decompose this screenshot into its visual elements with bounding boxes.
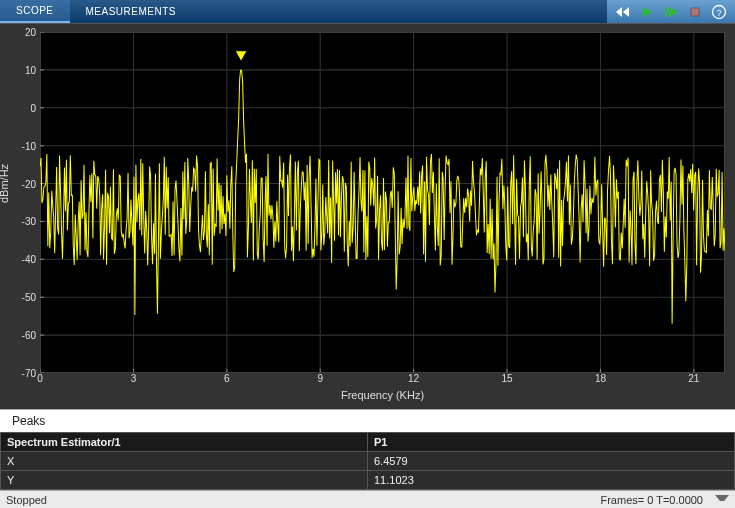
peaks-header-source: Spectrum Estimator/1 [1,433,368,452]
peaks-title: Peaks [0,409,735,432]
svg-text:?: ? [716,7,721,17]
status-right-text: Frames= 0 T=0.0000 [600,494,703,506]
toolbar: SCOPE MEASUREMENTS ? [0,0,735,24]
peak-row-label: X [1,452,368,471]
table-row: Y 11.1023 [1,471,735,490]
spectrum-plot[interactable]: -70-60-50-40-30-20-1001020 [40,32,725,373]
rewind-button[interactable] [613,3,633,21]
svg-marker-1 [623,7,629,17]
status-bar: Stopped Frames= 0 T=0.0000 [0,490,735,508]
peak-row-value: 6.4579 [368,452,735,471]
tab-scope[interactable]: SCOPE [0,0,70,23]
peaks-table: Spectrum Estimator/1 P1 X 6.4579 Y 11.10… [0,432,735,490]
svg-marker-4 [669,7,678,17]
stop-button[interactable] [685,3,705,21]
peaks-header-peak: P1 [368,433,735,452]
peak-row-label: Y [1,471,368,490]
x-ticks: 036912151821 [40,373,725,387]
chart-area: dBm/Hz -70-60-50-40-30-20-1001020 036912… [0,24,735,409]
status-left: Stopped [6,494,47,506]
peaks-panel: Peaks Spectrum Estimator/1 P1 X 6.4579 Y… [0,409,735,490]
tab-measurements[interactable]: MEASUREMENTS [70,0,192,23]
toolbar-right: ? [607,0,735,23]
step-button[interactable] [661,3,681,21]
svg-marker-0 [616,7,622,17]
x-axis-label: Frequency (KHz) [40,387,725,405]
svg-rect-3 [665,7,667,17]
svg-rect-5 [691,8,699,16]
svg-marker-2 [643,7,652,17]
y-ticks: -70-60-50-40-30-20-1001020 [8,32,36,373]
svg-rect-8 [40,32,725,373]
help-button[interactable]: ? [709,3,729,21]
table-row: X 6.4579 [1,452,735,471]
dropdown-icon[interactable] [715,495,729,505]
peak-row-value: 11.1023 [368,471,735,490]
run-button[interactable] [637,3,657,21]
